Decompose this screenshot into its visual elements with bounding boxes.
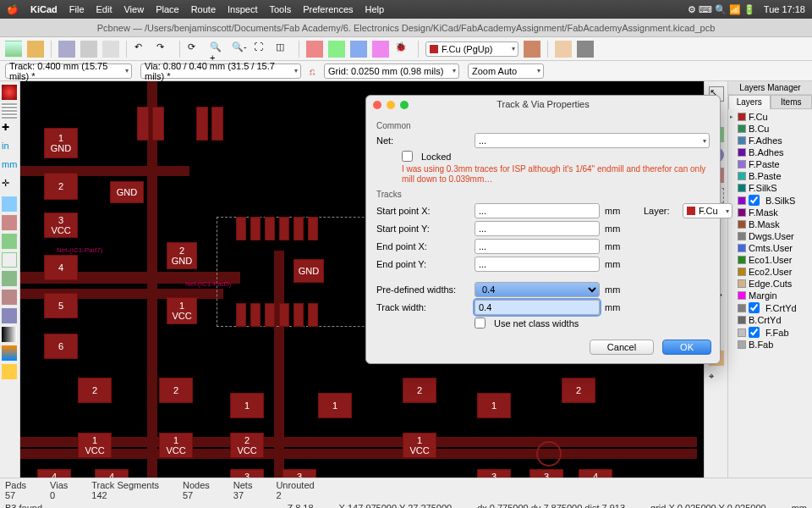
save-icon[interactable] xyxy=(58,41,75,58)
layer-row-F.Adhes[interactable]: F.Adhes xyxy=(730,135,810,146)
netlist-icon[interactable] xyxy=(350,41,367,58)
menu-preferences[interactable]: Preferences xyxy=(303,4,353,14)
bug-icon[interactable]: 🐞 xyxy=(394,41,411,58)
end-x-input[interactable] xyxy=(475,239,600,254)
zones-icon[interactable] xyxy=(2,234,17,249)
layer-row-Margin[interactable]: Margin xyxy=(730,290,810,301)
autodelete-icon[interactable] xyxy=(2,215,17,230)
layer-row-Edge.Cuts[interactable]: Edge.Cuts xyxy=(730,278,810,290)
cursor-style-icon[interactable]: ✛ xyxy=(2,178,17,193)
tracks-label: Tracks xyxy=(376,190,710,199)
zoom-combo[interactable]: Zoom Auto xyxy=(468,64,544,79)
zoom-out-icon[interactable]: 🔍- xyxy=(231,41,248,58)
layer-row-Cmts.User[interactable]: Cmts.User xyxy=(730,242,810,254)
end-y-input[interactable] xyxy=(475,257,600,272)
polar-icon[interactable]: ✚ xyxy=(2,122,17,137)
layer-row-B.CrtYd[interactable]: B.CrtYd xyxy=(730,314,810,326)
menubar-clock[interactable]: Tue 17:18 xyxy=(764,4,805,14)
layer-row-F.CrtYd[interactable]: F.CrtYd xyxy=(730,301,810,314)
display-options-icon[interactable] xyxy=(2,85,17,100)
locked-checkbox[interactable] xyxy=(402,151,413,162)
use-netclass-checkbox[interactable] xyxy=(475,318,486,329)
layer-row-B.Paste[interactable]: B.Paste xyxy=(730,170,810,182)
layer-row-Eco2.User[interactable]: Eco2.User xyxy=(730,266,810,278)
pad-fill-icon[interactable] xyxy=(2,271,17,286)
footprint-icon[interactable] xyxy=(306,41,323,58)
menu-place[interactable]: Place xyxy=(156,4,179,14)
predefined-width-select[interactable]: 0.4 xyxy=(475,282,600,297)
drc-icon[interactable] xyxy=(372,41,389,58)
open-icon[interactable] xyxy=(27,41,44,58)
menu-edit[interactable]: Edit xyxy=(96,4,112,14)
layer-row-F.Mask[interactable]: F.Mask xyxy=(730,207,810,218)
print-icon[interactable] xyxy=(80,41,97,58)
tab-layers[interactable]: Layers xyxy=(728,95,771,109)
main-toolbar: ↶ ↷ ⟳ 🔍+ 🔍- ⛶ ◫ 🐞 F.Cu (PgUp) xyxy=(0,37,812,61)
options-bar: Track: 0.400 mm (15.75 mils) * Via: 0.80… xyxy=(0,61,812,81)
cancel-button[interactable]: Cancel xyxy=(590,340,654,355)
layer-row-F.Cu[interactable]: ▸F.Cu xyxy=(730,111,810,123)
zones-outline-icon[interactable] xyxy=(2,252,17,268)
grid-icon[interactable] xyxy=(2,103,17,119)
contrast-icon[interactable] xyxy=(2,327,17,342)
annotation-note: I was using 0.3mm traces for ISP althoug… xyxy=(402,164,710,185)
net-combo[interactable]: ... xyxy=(475,133,710,148)
redo-icon[interactable]: ↷ xyxy=(156,41,173,58)
layer-row-B.Mask[interactable]: B.Mask xyxy=(730,218,810,230)
layer-row-B.Adhes[interactable]: B.Adhes xyxy=(730,146,810,158)
zoom-selection-icon[interactable]: ◫ xyxy=(275,41,292,58)
via-fill-icon[interactable] xyxy=(2,290,17,305)
status-xy: X 147.975000 Y 27.275000 xyxy=(339,503,453,508)
start-x-input[interactable] xyxy=(475,203,600,218)
layer-row-F.SilkS[interactable]: F.SilkS xyxy=(730,182,810,194)
layer-row-Eco1.User[interactable]: Eco1.User xyxy=(730,254,810,266)
microwave-icon[interactable] xyxy=(2,364,17,379)
plot-icon[interactable] xyxy=(102,41,119,58)
layer-row-B.Fab[interactable]: B.Fab xyxy=(730,339,810,351)
zoom-fit-icon[interactable]: ⛶ xyxy=(253,41,270,58)
layer-row-F.Fab[interactable]: F.Fab xyxy=(730,326,810,339)
layers-toolbar-icon[interactable] xyxy=(2,345,17,361)
menu-view[interactable]: View xyxy=(123,4,144,14)
grid-origin-icon[interactable]: ⌖ xyxy=(709,371,724,386)
start-y-input[interactable] xyxy=(475,221,600,236)
undo-icon[interactable]: ↶ xyxy=(134,41,151,58)
mm-icon[interactable]: mm xyxy=(2,159,17,174)
menu-file[interactable]: File xyxy=(69,4,85,14)
via-size-combo[interactable]: Via: 0.80 / 0.40 mm (31.5 / 15.7 mils) * xyxy=(140,64,301,79)
track-width-combo[interactable]: Track: 0.400 mm (15.75 mils) * xyxy=(5,64,132,79)
status-dxy: dx 0.775000 dy 7.875000 dist 7.913 xyxy=(477,503,625,508)
ok-button[interactable]: OK xyxy=(662,340,711,355)
menubar-app[interactable]: KiCad xyxy=(30,4,58,14)
script-icon[interactable] xyxy=(524,41,540,58)
autotrack-icon[interactable]: ⎌ xyxy=(310,66,315,76)
render-icon[interactable] xyxy=(555,41,572,58)
menu-inspect[interactable]: Inspect xyxy=(228,4,257,14)
zoom-in-icon[interactable]: 🔍+ xyxy=(209,41,226,58)
track-fill-icon[interactable] xyxy=(2,308,17,323)
inches-icon[interactable]: in xyxy=(2,141,17,156)
new-icon[interactable] xyxy=(5,41,22,58)
layer-row-Dwgs.User[interactable]: Dwgs.User xyxy=(730,230,810,242)
grid-combo[interactable]: Grid: 0.0250 mm (0.98 mils) xyxy=(324,64,459,79)
menu-help[interactable]: Help xyxy=(365,4,385,14)
layer-selector[interactable]: F.Cu (PgUp) xyxy=(425,41,518,57)
status-mm: mm xyxy=(792,503,807,508)
layer-row-B.SilkS[interactable]: B.SilkS xyxy=(730,194,810,207)
layer-row-F.Paste[interactable]: F.Paste xyxy=(730,158,810,170)
board-icon[interactable] xyxy=(577,41,594,58)
layer-row-B.Cu[interactable]: B.Cu xyxy=(730,123,810,135)
dialog-title: Track & Via Properties xyxy=(497,99,589,109)
ratsnest-icon[interactable] xyxy=(2,196,17,212)
track-width-input[interactable] xyxy=(475,300,600,315)
menu-route[interactable]: Route xyxy=(191,4,216,14)
apple-icon[interactable]: 🍎 xyxy=(7,4,19,15)
module-icon[interactable] xyxy=(328,41,345,58)
traffic-lights[interactable] xyxy=(373,101,409,109)
menu-tools[interactable]: Tools xyxy=(270,4,292,14)
zoom-redraw-icon[interactable]: ⟳ xyxy=(187,41,204,58)
window-title: Pcbnew — /Users/benjaminscott/Documents/… xyxy=(97,23,716,33)
layer-combo[interactable]: F.Cu xyxy=(683,203,732,218)
net-label: Net: xyxy=(376,135,469,146)
tab-items[interactable]: Items xyxy=(771,95,813,109)
